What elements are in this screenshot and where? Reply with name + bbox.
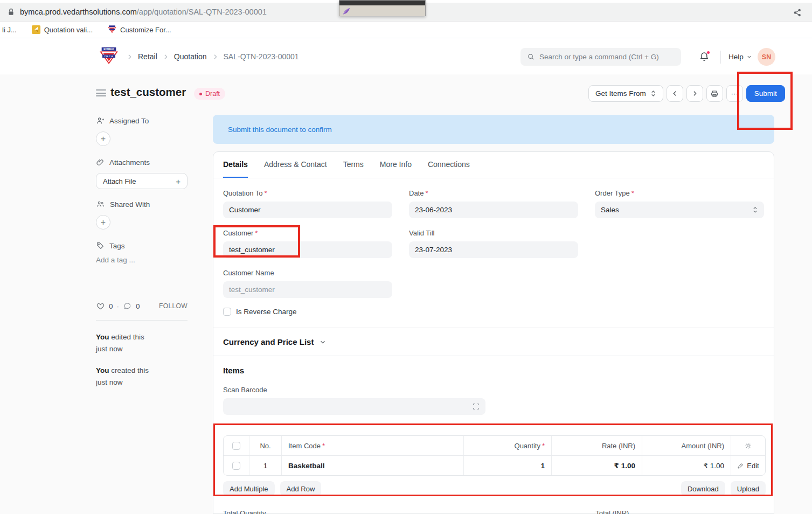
pencil-icon — [737, 462, 744, 469]
customer-input[interactable]: test_customer — [223, 241, 392, 258]
total-inr-label: Total (INR) — [595, 509, 765, 514]
sidebar-toggle-icon[interactable] — [96, 89, 106, 96]
chevron-right-icon — [691, 90, 698, 97]
items-table-row[interactable]: 1 Basketball 1 ₹ 1.00 ₹ 1.00 Edit — [224, 456, 765, 475]
download-button[interactable]: Download — [681, 481, 725, 496]
cell-item-code[interactable]: Basketball — [282, 456, 464, 475]
print-button[interactable] — [706, 85, 723, 102]
annotation-toolbar-overlay — [339, 0, 426, 16]
search-icon — [527, 53, 535, 61]
form-tabs: Details Address & Contact Terms More Inf… — [213, 152, 774, 178]
tab-terms[interactable]: Terms — [343, 152, 364, 178]
customer-field: Customer* test_customer — [223, 229, 392, 258]
cell-quantity[interactable]: 1 — [464, 456, 552, 475]
items-table: No. Item Code* Quantity* Rate (INR) Amou… — [223, 435, 766, 476]
customer-name-input[interactable]: test_customer — [223, 281, 392, 298]
overlay-titlebar — [339, 1, 425, 5]
lock-icon — [8, 8, 15, 16]
bookmarks-bar: li J... Quotation vali... Customize For.… — [0, 22, 812, 38]
prev-button[interactable] — [667, 85, 683, 102]
page-actions: Get Items From ··· Submit — [588, 85, 785, 102]
add-share-button[interactable]: + — [96, 215, 110, 230]
currency-price-list-section[interactable]: Currency and Price List — [213, 328, 774, 356]
date-input[interactable]: 23-06-2023 — [409, 202, 578, 218]
feather-pen-icon[interactable] — [342, 6, 351, 16]
chevron-right-icon — [212, 53, 219, 60]
notifications-bell-icon[interactable] — [699, 51, 711, 63]
app-header — [0, 38, 812, 74]
quotation-to-input[interactable]: Customer — [223, 202, 392, 218]
breadcrumb-current: SAL-QTN-2023-00001 — [224, 52, 299, 61]
attach-file-button[interactable]: Attach File + — [96, 173, 188, 189]
url-text[interactable]: bymca.prod.vedarthsolutions.com/app/quot… — [20, 8, 267, 16]
add-assignment-button[interactable]: + — [96, 131, 110, 146]
like-count[interactable]: 0 — [109, 302, 113, 310]
tab-connections[interactable]: Connections — [428, 152, 470, 178]
order-type-select[interactable]: Sales — [595, 202, 764, 218]
breadcrumb-retail[interactable]: Retail — [138, 52, 157, 61]
next-button[interactable] — [686, 85, 703, 102]
paperclip-icon — [96, 158, 105, 166]
row-checkbox[interactable] — [232, 462, 240, 470]
share-icon[interactable] — [792, 6, 803, 18]
user-avatar[interactable]: SN — [758, 48, 775, 66]
add-tag-input[interactable]: Add a tag ... — [96, 256, 188, 264]
add-row-button[interactable]: Add Row — [280, 481, 322, 496]
follow-button[interactable]: FOLLOW — [159, 302, 188, 310]
activity-entry: You created this just now — [96, 365, 188, 389]
empty-cell — [595, 229, 764, 258]
chevron-down-icon — [319, 338, 327, 346]
breadcrumb-quotation[interactable]: Quotation — [174, 52, 207, 61]
ymca-logo[interactable]: BOMBAY YMCA — [99, 47, 119, 65]
items-table-header: No. Item Code* Quantity* Rate (INR) Amou… — [224, 436, 765, 456]
url-host: bymca.prod.vedarthsolutions.com — [20, 8, 137, 16]
customer-name-field: Customer Name test_customer — [223, 269, 392, 298]
chevron-right-icon — [126, 53, 133, 60]
bookmark-item[interactable]: Quotation vali... — [32, 25, 93, 34]
header-divider — [720, 51, 721, 64]
col-rate: Rate (INR) — [552, 436, 642, 455]
totals-row: Total Quantity Total (INR) — [223, 509, 765, 514]
order-type-field: Order Type* Sales — [595, 189, 764, 218]
table-settings-button[interactable] — [731, 436, 765, 455]
is-reverse-charge-row: Is Reverse Charge — [223, 308, 764, 316]
valid-till-field: Valid Till 23-07-2023 — [409, 229, 578, 258]
submit-button[interactable]: Submit — [746, 85, 785, 102]
chevron-left-icon — [671, 90, 678, 97]
plus-icon: + — [176, 177, 181, 186]
gear-icon — [744, 442, 752, 450]
bookmark-item[interactable]: li J... — [2, 26, 17, 34]
cell-amount[interactable]: ₹ 1.00 — [642, 456, 731, 475]
sidebar-divider — [96, 320, 188, 321]
tab-address-contact[interactable]: Address & Contact — [264, 152, 327, 178]
add-multiple-button[interactable]: Add Multiple — [223, 481, 275, 496]
more-menu-button[interactable]: ··· — [726, 85, 743, 102]
quotation-to-field: Quotation To* Customer — [223, 189, 392, 218]
search-input[interactable] — [539, 53, 675, 61]
col-quantity: Quantity* — [464, 436, 552, 455]
tab-more-info[interactable]: More Info — [380, 152, 412, 178]
valid-till-input[interactable]: 23-07-2023 — [409, 241, 578, 258]
comment-icon[interactable] — [123, 302, 132, 310]
comment-count[interactable]: 0 — [136, 302, 140, 310]
upload-button[interactable]: Upload — [731, 481, 766, 496]
cell-no: 1 — [249, 456, 282, 475]
scan-barcode-input[interactable] — [223, 398, 485, 415]
bookmark-item[interactable]: Customize For... — [108, 25, 171, 34]
attachments-section: Attachments — [96, 158, 188, 166]
is-reverse-charge-checkbox[interactable] — [223, 308, 231, 316]
help-menu[interactable]: Help — [728, 53, 752, 61]
col-no: No. — [249, 436, 282, 455]
url-path: /app/quotation/SAL-QTN-2023-00001 — [137, 8, 267, 16]
page-title: test_customer — [110, 86, 186, 99]
updown-icon — [752, 206, 758, 213]
global-search[interactable] — [520, 48, 681, 66]
select-all-checkbox[interactable] — [232, 442, 240, 450]
get-items-from-button[interactable]: Get Items From — [588, 85, 663, 102]
row-edit-button[interactable]: Edit — [737, 462, 759, 470]
tab-details[interactable]: Details — [223, 152, 248, 178]
heart-icon[interactable] — [96, 302, 105, 310]
tag-icon — [96, 241, 105, 250]
bookmark-favicon-icon — [108, 25, 116, 34]
cell-rate[interactable]: ₹ 1.00 — [552, 456, 642, 475]
